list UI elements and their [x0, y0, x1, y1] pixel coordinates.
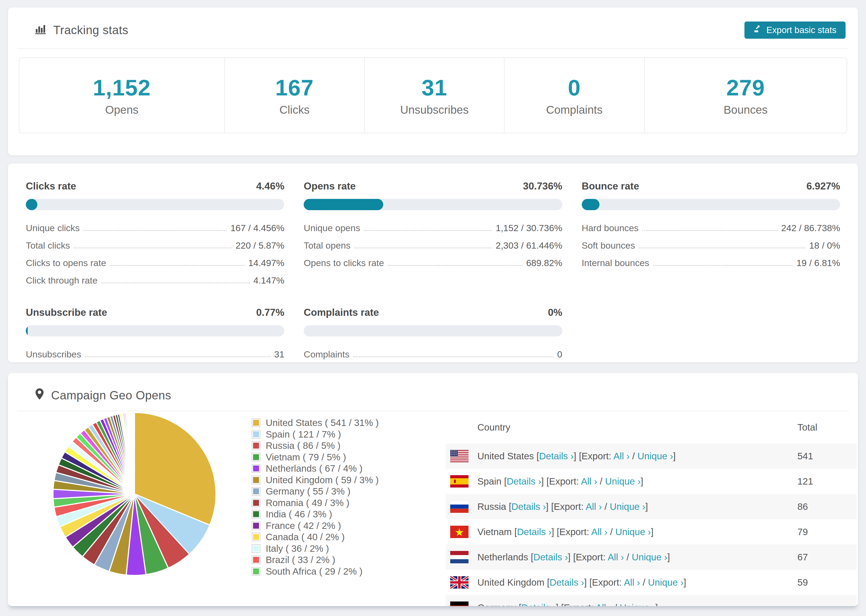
bar-chart-icon [35, 23, 46, 37]
export-all-link[interactable]: All › [581, 476, 597, 486]
pie-legend: United States ( 541 / 31% )Spain ( 121 /… [252, 417, 379, 577]
bracket: ] [684, 577, 687, 588]
legend-color-swatch [252, 498, 260, 507]
export-basic-stats-button[interactable]: Export basic stats [745, 22, 846, 39]
rate-metric-row: Opens to clicks rate689.82% [304, 254, 562, 272]
separator: / [608, 526, 615, 537]
flag-us-icon [450, 450, 469, 462]
legend-color-swatch [252, 510, 260, 519]
dotted-leader [653, 265, 793, 266]
rate-block-complaints-rate: Complaints rate0%Complaints0 [304, 307, 562, 363]
rate-title: Unsubscribe rate [26, 307, 107, 318]
country-name: Spain [477, 476, 504, 486]
legend-item-germany: Germany ( 55 / 3% ) [252, 486, 379, 497]
details-link[interactable]: Details › [533, 552, 568, 562]
section-title: Campaign Geo Opens [51, 389, 171, 402]
export-all-link[interactable]: All › [591, 526, 607, 537]
metric-label: Complaints [304, 349, 350, 360]
rate-metric-row: Clicks to opens rate14.497% [26, 254, 284, 272]
bracket: ] [655, 602, 658, 607]
table-row-us: United States [Details ›] [Export: All ›… [446, 443, 857, 469]
details-link[interactable]: Details › [517, 526, 551, 537]
details-link[interactable]: Details › [521, 602, 556, 607]
rate-metric-row: Unique clicks167 / 4.456% [26, 219, 284, 237]
stat-box-opens: 1,152Opens [19, 58, 225, 133]
export-unique-link[interactable]: Unique › [615, 526, 651, 537]
metric-value: 4.147% [254, 275, 284, 286]
country-cell: Vietnam [Details ›] [Export: All › / Uni… [477, 526, 797, 537]
details-link[interactable]: Details › [550, 577, 584, 588]
country-name: Vietnam [477, 526, 515, 537]
legend-item-france: France ( 42 / 2% ) [252, 520, 379, 532]
export-unique-link[interactable]: Unique › [605, 476, 641, 486]
export-all-link[interactable]: All › [608, 552, 624, 562]
export-unique-link[interactable]: Unique › [610, 501, 645, 512]
export-all-link[interactable]: All › [596, 602, 612, 607]
dotted-leader [101, 283, 250, 283]
metric-label: Total clicks [26, 240, 70, 251]
column-header-country: Country [477, 422, 797, 433]
country-cell: Russia [Details ›] [Export: All › / Uniq… [477, 501, 797, 512]
export-all-link[interactable]: All › [624, 577, 640, 588]
dotted-leader [74, 248, 231, 248]
dotted-leader [639, 248, 806, 248]
rate-value: 0% [548, 307, 562, 318]
rate-block-bounce-rate: Bounce rate6.927%Hard bounces242 / 86.73… [582, 181, 840, 289]
legend-item-russia: Russia ( 86 / 5% ) [252, 440, 379, 451]
country-cell: Netherlands [Details ›] [Export: All › /… [477, 552, 797, 563]
export-label: ] [Export: [584, 577, 624, 588]
rate-progress-fill [26, 325, 28, 336]
map-pin-icon [35, 388, 44, 402]
rate-progress-fill [304, 199, 383, 210]
export-all-link[interactable]: All › [586, 501, 602, 512]
rate-block-clicks-rate: Clicks rate4.46%Unique clicks167 / 4.456… [26, 181, 284, 289]
legend-color-swatch [252, 476, 260, 484]
rate-metric-row: Total clicks220 / 5.87% [26, 237, 284, 254]
dotted-leader [642, 230, 777, 231]
legend-item-united-kingdom: United Kingdom ( 59 / 3% ) [252, 475, 379, 486]
legend-label: India ( 46 / 3% ) [266, 509, 332, 520]
country-cell: Germany [Details ›] [Export: All › / Uni… [477, 602, 797, 607]
rate-title: Opens rate [304, 181, 356, 192]
stat-value: 1,152 [93, 75, 151, 101]
rate-metric-row: Complaints0 [304, 346, 562, 363]
stat-label: Opens [105, 104, 139, 116]
legend-label: Canada ( 40 / 2% ) [266, 532, 345, 542]
export-unique-link[interactable]: Unique › [648, 577, 683, 588]
export-unique-link[interactable]: Unique › [638, 451, 673, 461]
rate-progress-bar [582, 199, 840, 210]
separator: / [612, 602, 620, 607]
bracket: [ [519, 602, 521, 607]
export-all-link[interactable]: All › [614, 451, 630, 461]
legend-item-spain: Spain ( 121 / 7% ) [252, 429, 379, 440]
legend-item-vietnam: Vietnam ( 79 / 5% ) [252, 451, 379, 463]
metric-label: Internal bounces [582, 258, 649, 268]
metric-value: 0 [557, 349, 562, 360]
details-link[interactable]: Details › [511, 501, 546, 512]
total-cell: 86 [797, 501, 857, 512]
stat-label: Bounces [724, 104, 768, 116]
metric-label: Unsubscribes [26, 349, 81, 360]
export-unique-link[interactable]: Unique › [632, 552, 667, 562]
country-name: United Kingdom [477, 577, 547, 588]
legend-color-swatch [252, 567, 260, 576]
bracket: [ [547, 577, 550, 588]
rate-progress-bar [26, 199, 284, 210]
legend-item-india: India ( 46 / 3% ) [252, 509, 379, 520]
export-unique-link[interactable]: Unique › [620, 602, 655, 607]
export-label: ] [Export: [541, 476, 581, 486]
details-link[interactable]: Details › [507, 476, 541, 486]
table-row-es: Spain [Details ›] [Export: All › / Uniqu… [446, 469, 857, 494]
separator: / [630, 451, 638, 461]
details-link[interactable]: Details › [539, 451, 574, 461]
legend-label: Italy ( 36 / 2% ) [266, 543, 329, 554]
export-label: ] [Export: [574, 451, 614, 461]
metric-label: Unique clicks [26, 223, 80, 233]
legend-color-swatch [252, 522, 260, 530]
legend-color-swatch [252, 441, 260, 450]
rate-title: Complaints rate [304, 307, 379, 318]
stat-box-bounces: 279Bounces [645, 58, 847, 133]
rates-grid: Clicks rate4.46%Unique clicks167 / 4.456… [8, 163, 858, 363]
table-row-nl: Netherlands [Details ›] [Export: All › /… [446, 545, 857, 570]
metric-label: Opens to clicks rate [304, 258, 384, 268]
